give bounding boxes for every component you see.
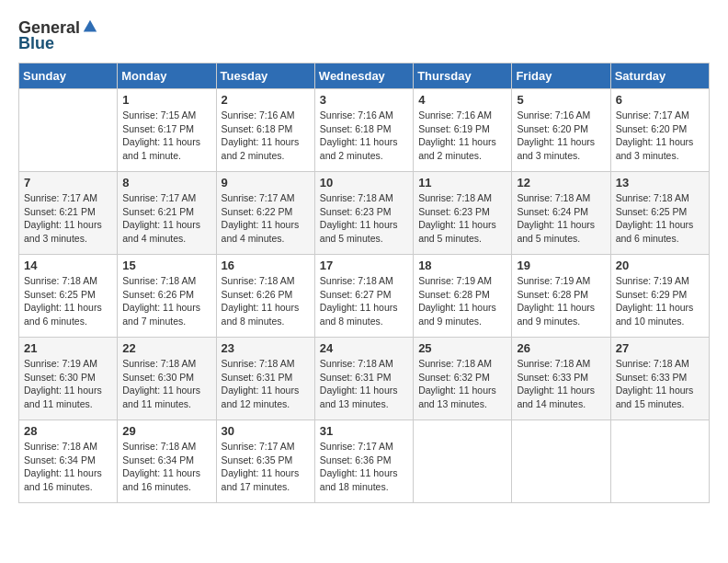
day-number: 26 <box>517 341 605 355</box>
day-number: 3 <box>320 93 408 107</box>
week-row-5: 28Sunrise: 7:18 AMSunset: 6:34 PMDayligh… <box>19 420 710 503</box>
day-number: 24 <box>320 341 408 355</box>
day-number: 29 <box>122 424 210 438</box>
logo: General Blue <box>18 18 98 53</box>
dow-thursday: Thursday <box>414 63 512 89</box>
day-number: 15 <box>122 259 210 272</box>
day-cell: 19Sunrise: 7:19 AMSunset: 6:28 PMDayligh… <box>512 255 610 338</box>
week-row-4: 21Sunrise: 7:19 AMSunset: 6:30 PMDayligh… <box>19 338 710 420</box>
day-cell: 14Sunrise: 7:18 AMSunset: 6:25 PMDayligh… <box>19 255 118 338</box>
day-cell: 31Sunrise: 7:17 AMSunset: 6:36 PMDayligh… <box>314 420 413 503</box>
day-number: 9 <box>222 176 310 190</box>
day-cell: 22Sunrise: 7:18 AMSunset: 6:30 PMDayligh… <box>118 338 216 420</box>
day-number: 20 <box>616 259 704 272</box>
day-number: 17 <box>320 259 408 272</box>
day-of-week-header: SundayMondayTuesdayWednesdayThursdayFrid… <box>19 63 710 89</box>
logo-blue: Blue <box>18 34 54 53</box>
calendar-table: SundayMondayTuesdayWednesdayThursdayFrid… <box>18 63 710 503</box>
day-cell: 30Sunrise: 7:17 AMSunset: 6:35 PMDayligh… <box>216 420 314 503</box>
day-number: 22 <box>122 341 210 355</box>
day-info: Sunrise: 7:17 AMSunset: 6:21 PMDaylight:… <box>24 191 112 246</box>
day-number: 4 <box>418 93 506 107</box>
day-cell: 17Sunrise: 7:18 AMSunset: 6:27 PMDayligh… <box>314 255 413 338</box>
day-info: Sunrise: 7:17 AMSunset: 6:36 PMDaylight:… <box>320 440 408 494</box>
day-cell: 12Sunrise: 7:18 AMSunset: 6:24 PMDayligh… <box>512 172 610 255</box>
day-info: Sunrise: 7:16 AMSunset: 6:18 PMDaylight:… <box>222 109 310 163</box>
day-cell <box>610 420 709 503</box>
day-cell: 5Sunrise: 7:16 AMSunset: 6:20 PMDaylight… <box>512 89 610 172</box>
day-info: Sunrise: 7:18 AMSunset: 6:23 PMDaylight:… <box>418 191 506 246</box>
day-info: Sunrise: 7:16 AMSunset: 6:20 PMDaylight:… <box>517 109 605 163</box>
day-number: 5 <box>517 93 605 107</box>
page-header: General Blue <box>18 18 710 53</box>
day-info: Sunrise: 7:18 AMSunset: 6:31 PMDaylight:… <box>222 357 310 411</box>
day-info: Sunrise: 7:19 AMSunset: 6:30 PMDaylight:… <box>24 357 112 411</box>
dow-wednesday: Wednesday <box>314 63 413 89</box>
day-number: 16 <box>222 259 310 272</box>
day-info: Sunrise: 7:18 AMSunset: 6:25 PMDaylight:… <box>616 191 704 246</box>
dow-sunday: Sunday <box>19 63 118 89</box>
day-cell: 24Sunrise: 7:18 AMSunset: 6:31 PMDayligh… <box>314 338 413 420</box>
calendar-body: 1Sunrise: 7:15 AMSunset: 6:17 PMDaylight… <box>19 89 710 503</box>
day-info: Sunrise: 7:17 AMSunset: 6:22 PMDaylight:… <box>222 191 310 246</box>
day-number: 2 <box>222 93 310 107</box>
day-info: Sunrise: 7:18 AMSunset: 6:25 PMDaylight:… <box>24 274 112 328</box>
week-row-2: 7Sunrise: 7:17 AMSunset: 6:21 PMDaylight… <box>19 172 710 255</box>
day-cell: 3Sunrise: 7:16 AMSunset: 6:18 PMDaylight… <box>314 89 413 172</box>
day-number: 28 <box>24 424 112 438</box>
day-cell: 16Sunrise: 7:18 AMSunset: 6:26 PMDayligh… <box>216 255 314 338</box>
day-number: 14 <box>24 259 112 272</box>
day-info: Sunrise: 7:17 AMSunset: 6:35 PMDaylight:… <box>222 440 310 494</box>
day-number: 23 <box>222 341 310 355</box>
day-cell: 10Sunrise: 7:18 AMSunset: 6:23 PMDayligh… <box>314 172 413 255</box>
day-cell: 4Sunrise: 7:16 AMSunset: 6:19 PMDaylight… <box>414 89 512 172</box>
day-cell: 26Sunrise: 7:18 AMSunset: 6:33 PMDayligh… <box>512 338 610 420</box>
dow-friday: Friday <box>512 63 610 89</box>
day-info: Sunrise: 7:18 AMSunset: 6:33 PMDaylight:… <box>517 357 605 411</box>
day-number: 12 <box>517 176 605 190</box>
svg-marker-0 <box>84 19 97 31</box>
day-info: Sunrise: 7:16 AMSunset: 6:19 PMDaylight:… <box>418 109 506 163</box>
day-cell <box>414 420 512 503</box>
day-cell: 8Sunrise: 7:17 AMSunset: 6:21 PMDaylight… <box>118 172 216 255</box>
day-cell: 9Sunrise: 7:17 AMSunset: 6:22 PMDaylight… <box>216 172 314 255</box>
day-cell: 28Sunrise: 7:18 AMSunset: 6:34 PMDayligh… <box>19 420 118 503</box>
day-cell <box>19 89 118 172</box>
dow-saturday: Saturday <box>610 63 709 89</box>
day-info: Sunrise: 7:18 AMSunset: 6:34 PMDaylight:… <box>122 440 210 494</box>
day-info: Sunrise: 7:17 AMSunset: 6:20 PMDaylight:… <box>616 109 704 163</box>
day-number: 30 <box>222 424 310 438</box>
day-info: Sunrise: 7:19 AMSunset: 6:28 PMDaylight:… <box>517 274 605 328</box>
day-number: 21 <box>24 341 112 355</box>
day-cell: 2Sunrise: 7:16 AMSunset: 6:18 PMDaylight… <box>216 89 314 172</box>
day-cell: 25Sunrise: 7:18 AMSunset: 6:32 PMDayligh… <box>414 338 512 420</box>
day-info: Sunrise: 7:18 AMSunset: 6:31 PMDaylight:… <box>320 357 408 411</box>
day-number: 7 <box>24 176 112 190</box>
day-cell: 21Sunrise: 7:19 AMSunset: 6:30 PMDayligh… <box>19 338 118 420</box>
day-cell: 13Sunrise: 7:18 AMSunset: 6:25 PMDayligh… <box>610 172 709 255</box>
day-info: Sunrise: 7:18 AMSunset: 6:34 PMDaylight:… <box>24 440 112 494</box>
day-number: 11 <box>418 176 506 190</box>
day-info: Sunrise: 7:16 AMSunset: 6:18 PMDaylight:… <box>320 109 408 163</box>
dow-monday: Monday <box>118 63 216 89</box>
day-number: 19 <box>517 259 605 272</box>
day-cell <box>512 420 610 503</box>
day-number: 13 <box>616 176 704 190</box>
day-cell: 6Sunrise: 7:17 AMSunset: 6:20 PMDaylight… <box>610 89 709 172</box>
logo-icon <box>82 18 98 35</box>
day-info: Sunrise: 7:18 AMSunset: 6:30 PMDaylight:… <box>122 357 210 411</box>
day-cell: 7Sunrise: 7:17 AMSunset: 6:21 PMDaylight… <box>19 172 118 255</box>
week-row-1: 1Sunrise: 7:15 AMSunset: 6:17 PMDaylight… <box>19 89 710 172</box>
day-number: 1 <box>122 93 210 107</box>
day-cell: 20Sunrise: 7:19 AMSunset: 6:29 PMDayligh… <box>610 255 709 338</box>
day-number: 8 <box>122 176 210 190</box>
dow-tuesday: Tuesday <box>216 63 314 89</box>
day-cell: 18Sunrise: 7:19 AMSunset: 6:28 PMDayligh… <box>414 255 512 338</box>
day-info: Sunrise: 7:17 AMSunset: 6:21 PMDaylight:… <box>122 191 210 246</box>
day-number: 31 <box>320 424 408 438</box>
day-cell: 1Sunrise: 7:15 AMSunset: 6:17 PMDaylight… <box>118 89 216 172</box>
day-info: Sunrise: 7:18 AMSunset: 6:26 PMDaylight:… <box>222 274 310 328</box>
day-info: Sunrise: 7:15 AMSunset: 6:17 PMDaylight:… <box>122 109 210 163</box>
day-info: Sunrise: 7:18 AMSunset: 6:33 PMDaylight:… <box>616 357 704 411</box>
day-cell: 23Sunrise: 7:18 AMSunset: 6:31 PMDayligh… <box>216 338 314 420</box>
